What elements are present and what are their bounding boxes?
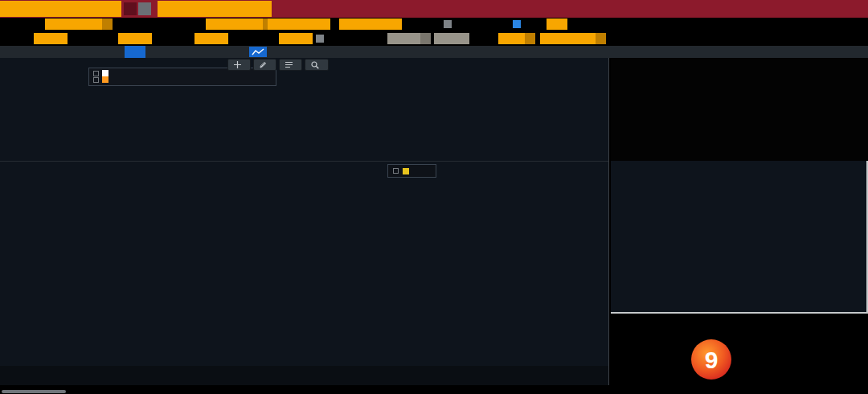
svg-text:9: 9	[705, 347, 719, 373]
time-axis-svg	[0, 366, 608, 385]
cngold-logo: 9	[690, 338, 858, 386]
track-crosshair-icon	[234, 61, 241, 68]
spread-chart-svg[interactable]	[0, 162, 608, 367]
date-from-input[interactable]	[268, 18, 330, 30]
corr-window-input[interactable]	[547, 18, 567, 30]
range-tab-bar	[0, 46, 868, 58]
calendar-icon[interactable]	[320, 18, 330, 30]
spread-summary-panel	[611, 58, 868, 161]
currency-select[interactable]	[540, 33, 606, 44]
data-row	[0, 18, 868, 32]
securities-bar	[0, 0, 868, 18]
expand-icon[interactable]	[93, 77, 99, 83]
time-axis	[0, 366, 608, 385]
series-swatch-white	[102, 70, 108, 76]
spread-chart-panel[interactable]	[0, 161, 608, 366]
series-swatch-yellow	[403, 168, 409, 174]
annotate-pencil-icon	[260, 61, 267, 68]
spread-legend[interactable]	[387, 164, 436, 178]
distribution-histogram-panel[interactable]	[611, 161, 868, 314]
actions-menu[interactable]	[279, 0, 281, 18]
legend-row-ioeu2[interactable]	[93, 76, 272, 83]
track-button[interactable]	[227, 59, 251, 71]
factor-value-input[interactable]	[434, 33, 469, 44]
panel-divider	[608, 58, 609, 385]
news-icon	[285, 61, 293, 68]
security2-input[interactable]	[158, 1, 272, 17]
field2-select[interactable]	[206, 18, 273, 30]
factor-select[interactable]	[387, 33, 431, 44]
mult1-input[interactable]	[34, 33, 68, 44]
edit-menu[interactable]	[354, 0, 357, 18]
field1-select[interactable]	[45, 18, 113, 30]
mult2-input[interactable]	[194, 33, 228, 44]
corr-checkbox[interactable]	[513, 20, 521, 28]
zoom-button[interactable]	[305, 59, 329, 71]
operator-caret-icon[interactable]	[138, 2, 151, 15]
caret-down-icon[interactable]	[102, 18, 113, 30]
magnifier-icon	[311, 61, 319, 69]
operator-button[interactable]	[124, 2, 137, 15]
horizontal-scrollbar[interactable]	[2, 390, 66, 393]
security1-input[interactable]	[0, 1, 121, 17]
expand-icon[interactable]	[393, 168, 399, 174]
calc-select[interactable]	[498, 33, 535, 44]
cngold-logo-icon: 9	[690, 338, 733, 381]
date-to-input[interactable]	[339, 18, 402, 30]
const1-input[interactable]	[118, 33, 152, 44]
tab-1y[interactable]	[125, 46, 145, 58]
bloomberg-spread-window: 9	[0, 0, 868, 394]
expand-icon[interactable]	[93, 71, 99, 76]
series-swatch-orange	[102, 76, 108, 83]
watermark-area: 9	[611, 314, 868, 394]
caret-down-icon[interactable]	[525, 33, 535, 44]
caret-down-icon[interactable]	[596, 33, 606, 44]
caret-down-icon[interactable]	[420, 33, 431, 44]
line-chart-icon[interactable]	[249, 47, 267, 57]
news-button[interactable]	[279, 59, 302, 71]
const2-input[interactable]	[279, 33, 313, 44]
annotate-button[interactable]	[253, 59, 276, 71]
mult-row	[0, 32, 868, 46]
regression-checkbox[interactable]	[444, 20, 452, 28]
normalize-checkbox[interactable]	[316, 35, 324, 43]
calendar-icon[interactable]	[391, 18, 402, 30]
legend-row-scou2[interactable]	[93, 70, 272, 76]
spread-summary-title	[611, 58, 868, 64]
histogram-svg[interactable]	[611, 161, 866, 312]
chart-toolbar	[227, 59, 329, 71]
